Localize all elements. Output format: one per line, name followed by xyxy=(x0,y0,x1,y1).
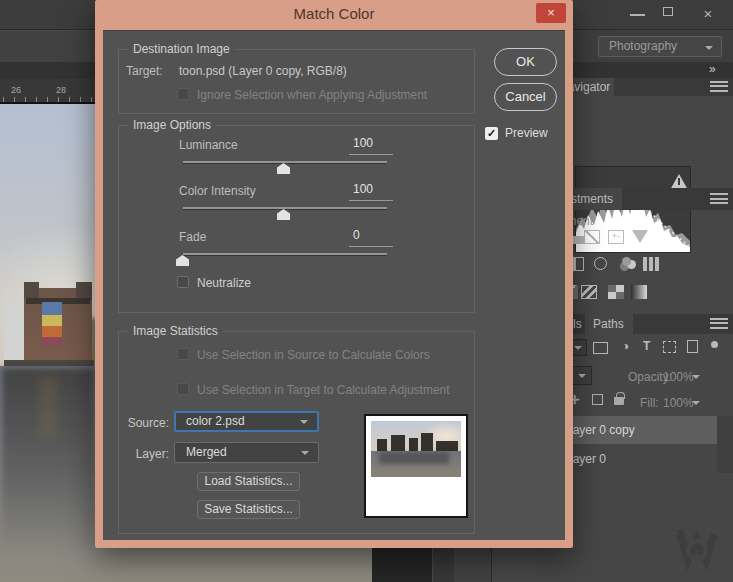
filter-smart-objects-icon[interactable] xyxy=(687,340,698,353)
load-statistics-button[interactable]: Load Statistics... xyxy=(197,472,300,491)
fade-slider-track[interactable] xyxy=(183,253,387,255)
fade-value[interactable]: 0 xyxy=(353,228,360,242)
threshold-icon[interactable] xyxy=(608,285,624,299)
building-tower xyxy=(24,282,39,298)
watermark-logo xyxy=(674,524,720,570)
chevron-down-icon xyxy=(300,420,308,424)
source-label: Source: xyxy=(125,416,169,430)
layer-select[interactable]: Merged xyxy=(174,442,319,463)
fade-slider-thumb[interactable] xyxy=(176,255,189,266)
workspace-switcher-value: Photography xyxy=(609,39,677,53)
layer-select-value: Merged xyxy=(186,445,227,459)
ok-button[interactable]: OK xyxy=(494,48,557,76)
luminance-value[interactable]: 100 xyxy=(353,136,373,150)
vibrance-icon[interactable] xyxy=(632,230,648,243)
gradient-map-icon[interactable] xyxy=(631,285,647,299)
filter-shape-layers-icon[interactable] xyxy=(663,341,676,353)
restore-icon[interactable] xyxy=(663,7,673,16)
panel-menu-icon[interactable] xyxy=(710,193,728,204)
ruler-label: 26 xyxy=(11,85,21,95)
fill-label: Fill: xyxy=(640,396,659,410)
posterize-icon[interactable] xyxy=(581,285,597,299)
workspace-switcher[interactable]: Photography xyxy=(598,36,722,57)
ruler-label: 28 xyxy=(56,85,66,95)
fade-underline xyxy=(349,246,393,247)
use-selection-target-label: Use Selection in Target to Calculate Adj… xyxy=(197,383,450,397)
collapse-panels-icon[interactable]: » xyxy=(709,62,715,76)
layer-name: Layer 0 copy xyxy=(566,423,635,437)
color-intensity-slider-thumb[interactable] xyxy=(277,209,290,220)
color-intensity-value[interactable]: 100 xyxy=(353,182,373,196)
photo-banner-reflection xyxy=(38,376,58,438)
filter-type-layers-icon[interactable]: T xyxy=(643,339,650,353)
filter-toggle-icon[interactable] xyxy=(711,341,718,348)
use-selection-source-label: Use Selection in Source to Calculate Col… xyxy=(197,348,430,362)
lock-frame-icon[interactable] xyxy=(592,394,603,405)
layer-label: Layer: xyxy=(125,447,169,461)
neutralize-checkbox[interactable] xyxy=(177,276,189,288)
dialog-close-icon[interactable]: × xyxy=(536,3,566,23)
destination-image-legend: Destination Image xyxy=(128,42,235,56)
save-statistics-button[interactable]: Save Statistics... xyxy=(197,500,300,519)
layers-scroll-edge xyxy=(717,416,733,473)
target-label: Target: xyxy=(126,64,163,78)
source-preview-thumbnail xyxy=(364,414,468,518)
luminance-underline xyxy=(349,154,393,155)
filter-pixel-layers-icon[interactable] xyxy=(593,342,608,354)
chevron-down-icon xyxy=(705,46,713,50)
image-statistics-group: Image Statistics Use Selection in Source… xyxy=(118,331,475,534)
use-selection-target-checkbox[interactable] xyxy=(177,383,189,395)
channel-mixer-icon[interactable] xyxy=(622,257,631,266)
minimize-icon[interactable] xyxy=(630,14,645,16)
opacity-value[interactable]: 100% xyxy=(663,370,694,384)
dialog-title[interactable]: Match Color xyxy=(95,0,573,30)
cancel-button[interactable]: Cancel xyxy=(494,83,557,111)
luminance-slider-thumb[interactable] xyxy=(277,163,290,174)
exposure-icon[interactable]: +- xyxy=(608,230,624,244)
image-statistics-legend: Image Statistics xyxy=(128,324,223,338)
preview-label: Preview xyxy=(505,126,548,140)
color-intensity-slider-track[interactable] xyxy=(183,207,387,209)
luminance-label: Luminance xyxy=(179,138,238,152)
color-intensity-label: Color Intensity xyxy=(179,184,256,198)
building-banner xyxy=(42,302,62,346)
lock-all-icon[interactable] xyxy=(614,397,624,405)
photoshop-app: × 26 28 Photography xyxy=(0,0,733,582)
curves-icon[interactable] xyxy=(584,230,600,244)
dialog-body: Destination Image Target: toon.psd (Laye… xyxy=(103,30,565,540)
source-preview-photo xyxy=(371,421,461,477)
tab-paths[interactable]: Paths xyxy=(585,314,633,334)
filter-adjustment-layers-icon[interactable]: ◑ xyxy=(622,339,629,353)
panel-menu-icon[interactable] xyxy=(710,81,728,92)
photo-building xyxy=(4,282,94,368)
match-color-dialog: Match Color × Destination Image Target: … xyxy=(95,0,573,548)
image-options-group: Image Options Luminance 100 Color Intens… xyxy=(118,125,475,313)
use-selection-source-checkbox[interactable] xyxy=(177,348,189,360)
fade-label: Fade xyxy=(179,230,206,244)
chevron-down-icon xyxy=(301,451,309,455)
source-select-value: color 2.psd xyxy=(186,414,245,428)
tab-paths-label: Paths xyxy=(593,317,624,331)
color-intensity-underline xyxy=(349,200,393,201)
preview-checkbox[interactable]: ✓ xyxy=(485,127,498,140)
luminance-slider-track[interactable] xyxy=(183,161,387,163)
close-window-icon[interactable]: × xyxy=(699,5,717,23)
photo-filter-icon[interactable] xyxy=(594,257,607,270)
source-select[interactable]: color 2.psd xyxy=(174,411,319,432)
ignore-selection-label: Ignore Selection when Applying Adjustmen… xyxy=(197,88,427,102)
chevron-down-icon[interactable] xyxy=(692,375,700,379)
destination-image-group: Destination Image Target: toon.psd (Laye… xyxy=(118,49,475,114)
fill-value[interactable]: 100% xyxy=(663,396,694,410)
color-lookup-icon[interactable] xyxy=(643,257,659,271)
ignore-selection-checkbox[interactable] xyxy=(177,88,189,100)
chevron-down-icon[interactable] xyxy=(692,401,700,405)
panel-menu-icon[interactable] xyxy=(710,318,728,329)
neutralize-label: Neutralize xyxy=(197,276,251,290)
image-options-legend: Image Options xyxy=(128,118,216,132)
target-value: toon.psd (Layer 0 copy, RGB/8) xyxy=(179,64,347,78)
